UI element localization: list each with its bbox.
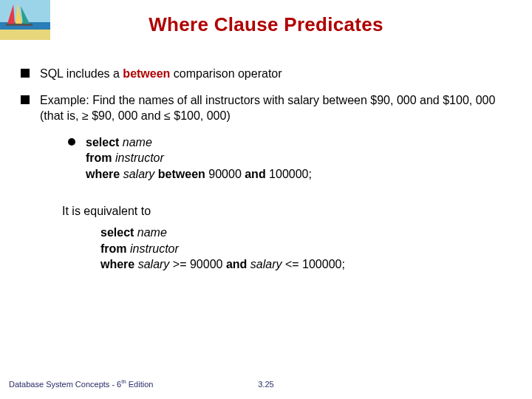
kw-where: where [100, 258, 138, 270]
code-block: select name from instructor where salary… [100, 225, 511, 273]
text-run: SQL includes a [40, 67, 123, 80]
kw-where: where [86, 168, 123, 180]
operator: >= [173, 258, 190, 270]
ident: salary [123, 168, 158, 180]
kw-from: from [86, 151, 115, 164]
ident: salary [138, 258, 173, 270]
footer-text: Edition [126, 380, 154, 389]
round-bullet-icon [68, 138, 75, 146]
equivalent-text: It is equivalent to [62, 203, 511, 219]
square-bullet-icon [21, 69, 30, 78]
kw-and: and [245, 168, 269, 180]
text-run: $90, 000 and [89, 109, 164, 122]
ident: name [123, 136, 152, 149]
kw-from: from [100, 242, 130, 255]
symbol: ≤ [164, 109, 171, 122]
ident: name [137, 226, 167, 239]
sub-bullet-item: select name from instructor where salary… [68, 134, 511, 183]
kw-select: select [100, 226, 137, 239]
ident: instructor [115, 151, 164, 164]
text-run: $100, 000) [171, 109, 231, 122]
kw-between: between [158, 168, 208, 180]
operator: <= [285, 258, 302, 270]
symbol: ≥ [82, 109, 89, 122]
literal: 100000; [269, 168, 312, 180]
svg-rect-2 [0, 30, 50, 40]
code-block: select name from instructor where salary… [86, 134, 312, 183]
literal: 90000 [208, 168, 245, 180]
ident: instructor [130, 242, 179, 255]
text-run: comparison operator [170, 67, 282, 80]
ident: salary [250, 258, 285, 270]
bullet-text: SQL includes a between comparison operat… [40, 66, 511, 82]
keyword: between [123, 67, 170, 80]
literal: 90000 [190, 258, 226, 270]
slide-content: SQL includes a between comparison operat… [0, 66, 532, 273]
literal: 100000; [302, 258, 345, 270]
svg-rect-6 [6, 24, 33, 26]
square-bullet-icon [21, 95, 30, 104]
slide-number: 3.25 [258, 380, 273, 389]
footer-text: Database System Concepts - 6 [9, 380, 121, 389]
slide-title: Where Clause Predicates [0, 0, 532, 36]
bullet-text: Example: Find the names of all instructo… [40, 92, 511, 124]
footer-left: Database System Concepts - 6th Edition [9, 378, 153, 389]
kw-select: select [86, 136, 123, 149]
kw-and: and [226, 258, 250, 270]
bullet-item: SQL includes a between comparison operat… [21, 66, 511, 82]
slide-logo [0, 0, 50, 40]
bullet-item: Example: Find the names of all instructo… [21, 92, 511, 124]
